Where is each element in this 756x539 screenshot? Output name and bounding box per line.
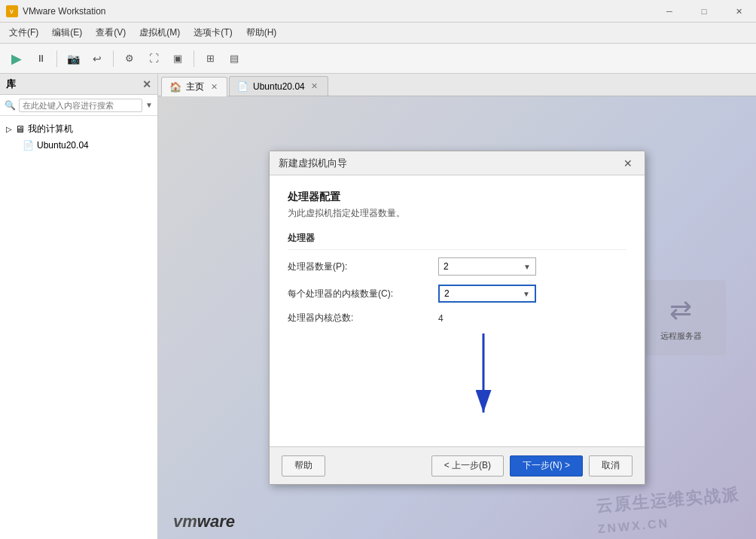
processors-select-value: 2 [444, 261, 449, 272]
sidebar-search-bar: 🔍 ▼ [0, 95, 157, 116]
tabs-bar: 🏠 主页 ✕ 📄 Ubuntu20.04 ✕ [158, 74, 756, 96]
arrow-area [288, 333, 626, 431]
tab-vm[interactable]: 📄 Ubuntu20.04 ✕ [229, 76, 328, 96]
total-cores-control: 4 [438, 313, 626, 324]
dialog-footer: 帮助 < 上一步(B) 下一步(N) > 取消 [270, 446, 645, 484]
svg-text:V: V [10, 9, 14, 14]
dialog-group-label: 处理器 [288, 232, 626, 250]
next-button[interactable]: 下一步(N) > [510, 455, 583, 477]
pause-button[interactable]: ⏸ [30, 48, 51, 69]
app-title: VMware Workstation [23, 6, 105, 17]
console-button[interactable]: ▤ [224, 48, 245, 69]
toolbar-sep-1 [56, 50, 57, 67]
snapshot-button[interactable]: 📷 [62, 48, 84, 69]
menu-vm[interactable]: 虚拟机(M) [133, 23, 186, 42]
new-vm-wizard-dialog: 新建虚拟机向导 ✕ 处理器配置 为此虚拟机指定处理器数量。 处理器 处理器数量(… [269, 151, 645, 485]
cores-select[interactable]: 2 ▼ [438, 285, 536, 303]
menu-edit[interactable]: 编辑(E) [46, 23, 88, 42]
app-icon: V [6, 5, 18, 17]
total-cores-value: 4 [438, 313, 444, 324]
toolbar-sep-2 [113, 50, 114, 67]
cancel-button[interactable]: 取消 [589, 455, 633, 477]
toolbar-sep-3 [194, 50, 194, 67]
footer-right-buttons: < 上一步(B) 下一步(N) > 取消 [431, 455, 633, 477]
processors-control: 2 ▼ [438, 257, 626, 276]
tab-vm-close[interactable]: ✕ [309, 81, 320, 92]
dialog-close-button[interactable]: ✕ [620, 156, 636, 171]
tab-vm-label: Ubuntu20.04 [253, 81, 305, 92]
dialog-overlay: 新建虚拟机向导 ✕ 处理器配置 为此虚拟机指定处理器数量。 处理器 处理器数量(… [158, 96, 756, 539]
unity-button[interactable]: ▣ [167, 48, 188, 69]
vm-tab-icon: 📄 [237, 81, 248, 92]
menu-help[interactable]: 帮助(H) [240, 23, 283, 42]
tree-group-my-computer: ▷ 🖥 我的计算机 📄 Ubuntu20.04 [0, 120, 157, 153]
dialog-body: 处理器配置 为此虚拟机指定处理器数量。 处理器 处理器数量(P): 2 ▼ [270, 175, 645, 446]
dialog-title: 新建虚拟机向导 [279, 157, 347, 170]
menu-file[interactable]: 文件(F) [3, 23, 44, 42]
computer-icon: 🖥 [15, 123, 25, 135]
sidebar-item-ubuntu[interactable]: 📄 Ubuntu20.04 [6, 138, 151, 153]
cores-label: 每个处理器的内核数量(C): [288, 288, 438, 300]
tab-home[interactable]: 🏠 主页 ✕ [161, 77, 227, 96]
menu-bar: 文件(F) 编辑(E) 查看(V) 虚拟机(M) 选项卡(T) 帮助(H) [0, 23, 756, 44]
view-mode-button[interactable]: ⊞ [200, 48, 221, 69]
cores-select-value: 2 [444, 288, 450, 299]
sidebar-close-button[interactable]: ✕ [142, 78, 151, 90]
title-bar: V VMware Workstation ─ □ ✕ [0, 0, 756, 23]
expand-icon: ▷ [6, 125, 12, 133]
dialog-section-title: 处理器配置 [288, 190, 626, 204]
home-icon: 🏠 [169, 81, 181, 93]
menu-tabs[interactable]: 选项卡(T) [187, 23, 238, 42]
toolbar: ▶ ⏸ 📷 ↩ ⚙ ⛶ ▣ ⊞ ▤ [0, 44, 756, 74]
sidebar-tree: ▷ 🖥 我的计算机 📄 Ubuntu20.04 [0, 116, 157, 539]
sidebar-header: 库 ✕ [0, 74, 157, 95]
search-input[interactable] [19, 99, 142, 112]
vm-icon: 📄 [23, 140, 34, 151]
my-computer-label: 我的计算机 [28, 123, 73, 136]
maximize-button[interactable]: □ [687, 0, 721, 23]
tab-home-label: 主页 [186, 81, 204, 93]
cores-select-arrow: ▼ [523, 290, 530, 298]
close-button[interactable]: ✕ [721, 0, 756, 23]
dialog-section-subtitle: 为此虚拟机指定处理器数量。 [288, 207, 626, 220]
sidebar: 库 ✕ 🔍 ▼ ▷ 🖥 我的计算机 📄 Ubuntu20.04 [0, 74, 158, 539]
processors-select[interactable]: 2 ▼ [438, 257, 536, 276]
menu-view[interactable]: 查看(V) [90, 23, 132, 42]
total-cores-row: 处理器内核总数: 4 [288, 312, 626, 324]
search-dropdown-icon[interactable]: ▼ [145, 101, 153, 109]
sidebar-title: 库 [6, 78, 16, 91]
play-button[interactable]: ▶ [6, 48, 27, 69]
main-layout: 库 ✕ 🔍 ▼ ▷ 🖥 我的计算机 📄 Ubuntu20.04 [0, 74, 756, 539]
total-cores-label: 处理器内核总数: [288, 312, 438, 324]
search-icon: 🔍 [5, 100, 16, 111]
window-controls: ─ □ ✕ [652, 0, 756, 23]
workspace: ⇄ 远程服务器 vmware 云原生运维实战派ZNWX.CN 新建虚拟机向导 ✕ [158, 96, 756, 539]
tab-home-close[interactable]: ✕ [209, 81, 219, 92]
content-area: 🏠 主页 ✕ 📄 Ubuntu20.04 ✕ ⇄ 远程服务器 vmware [158, 74, 756, 539]
dialog-titlebar: 新建虚拟机向导 ✕ [270, 151, 645, 175]
cores-control: 2 ▼ [438, 285, 626, 303]
prev-button[interactable]: < 上一步(B) [431, 455, 504, 477]
processors-row: 处理器数量(P): 2 ▼ [288, 257, 626, 276]
revert-button[interactable]: ↩ [87, 48, 108, 69]
fullscreen-button[interactable]: ⛶ [143, 48, 164, 69]
processors-label: 处理器数量(P): [288, 260, 438, 273]
vm-settings-button[interactable]: ⚙ [119, 48, 140, 69]
sidebar-item-my-computer[interactable]: ▷ 🖥 我的计算机 [6, 120, 151, 138]
processors-select-arrow: ▼ [523, 263, 531, 271]
vm-label: Ubuntu20.04 [37, 140, 89, 151]
next-arrow-svg [468, 333, 521, 431]
help-button[interactable]: 帮助 [282, 455, 325, 477]
cores-row: 每个处理器的内核数量(C): 2 ▼ [288, 285, 626, 303]
minimize-button[interactable]: ─ [652, 0, 687, 23]
